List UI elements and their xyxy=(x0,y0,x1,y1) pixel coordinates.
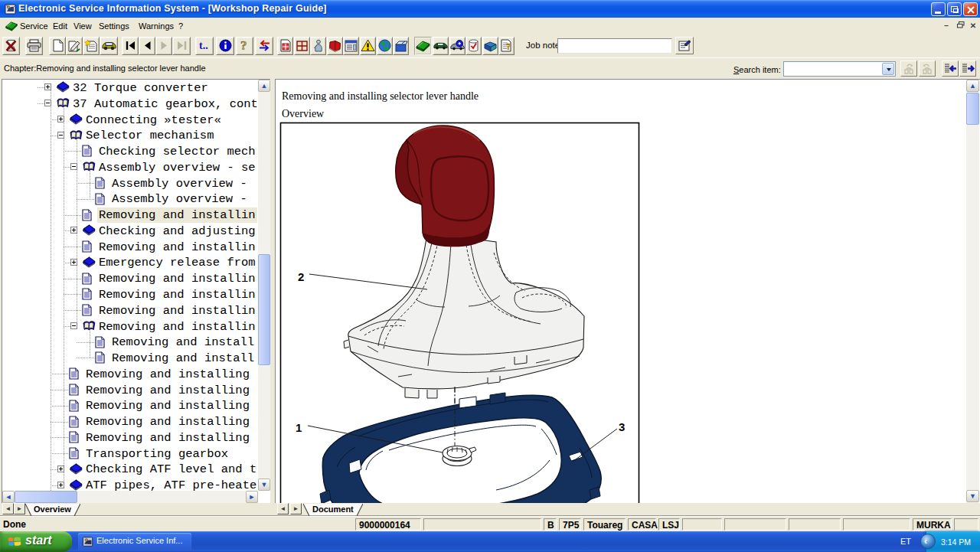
svg-text:t..: t.. xyxy=(199,41,208,51)
svg-text:3: 3 xyxy=(619,420,625,433)
svg-text:?: ? xyxy=(506,41,511,52)
svg-text:2: 2 xyxy=(298,270,304,283)
svg-text:1: 1 xyxy=(296,421,302,434)
svg-text:?: ? xyxy=(240,39,247,52)
